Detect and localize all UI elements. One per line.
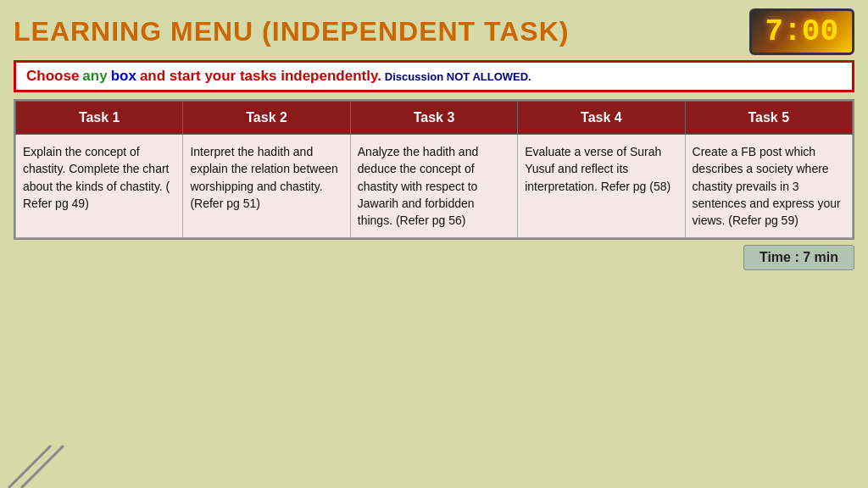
choose-word: Choose	[26, 68, 79, 85]
table-row: Explain the concept of chastity. Complet…	[16, 135, 853, 238]
header-task5: Task 5	[685, 102, 852, 135]
header-task3: Task 3	[350, 102, 517, 135]
cell-task3: Analyze the hadith and deduce the concep…	[350, 135, 517, 238]
discussion-text: Discussion NOT ALLOWED.	[385, 70, 531, 83]
tasks-table-wrapper: Task 1 Task 2 Task 3 Task 4 Task 5 Expla…	[14, 99, 854, 240]
box-word: box	[111, 68, 136, 85]
title-plain: LEARNING MENU	[14, 16, 262, 47]
any-word: any	[82, 68, 107, 85]
time-badge: Time : 7 min	[743, 245, 854, 270]
table-header-row: Task 1 Task 2 Task 3 Task 4 Task 5	[16, 102, 853, 135]
choose-bar: Choose any box and start your tasks inde…	[14, 60, 854, 92]
and-start-text: and start your tasks independently.	[140, 68, 381, 85]
svg-line-1	[21, 446, 64, 488]
header-task4: Task 4	[518, 102, 685, 135]
tasks-table: Task 1 Task 2 Task 3 Task 4 Task 5 Expla…	[15, 101, 853, 238]
timer-display: 7:00	[749, 8, 854, 55]
svg-line-0	[8, 446, 51, 488]
cell-task2: Interpret the hadith and explain the rel…	[183, 135, 350, 238]
page-header: LEARNING MENU (INDEPENDENT TASK) 7:00	[0, 0, 868, 60]
header-task1: Task 1	[16, 102, 183, 135]
header-task2: Task 2	[183, 102, 350, 135]
corner-decoration	[0, 437, 68, 488]
cell-task5: Create a FB post which describes a socie…	[685, 135, 852, 238]
cell-task1: Explain the concept of chastity. Complet…	[16, 135, 183, 238]
cell-task4: Evaluate a verse of Surah Yusuf and refl…	[518, 135, 685, 238]
title-highlight: (INDEPENDENT TASK)	[262, 16, 569, 47]
page-title: LEARNING MENU (INDEPENDENT TASK)	[14, 16, 569, 47]
bottom-row: Time : 7 min	[0, 240, 868, 270]
